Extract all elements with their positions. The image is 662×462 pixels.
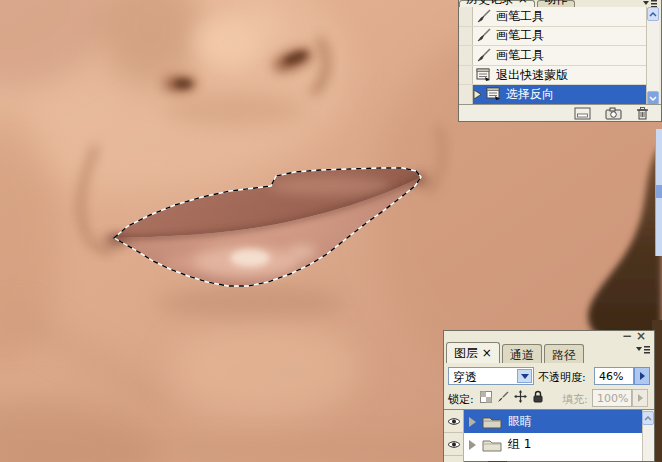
scrollbar-thumb[interactable] [656, 185, 662, 198]
tab-layers[interactable]: 图层 × [446, 342, 500, 363]
close-button[interactable]: × [636, 330, 646, 342]
brush-tool-icon [476, 48, 492, 63]
history-row-current[interactable]: 选择反向 [459, 85, 646, 105]
panel-menu-icon[interactable] [636, 346, 650, 354]
tab-actions[interactable]: 动作 [537, 0, 575, 7]
layers-list: 眼睛 组 1 [444, 409, 654, 461]
scroll-up-button[interactable] [647, 7, 659, 21]
lock-fill-row: 锁定: 填充: 100% [444, 388, 654, 408]
tab-history[interactable]: 历史记录 × [459, 0, 535, 7]
fill-label: 填充: [562, 392, 588, 407]
fill-value-field: 100% [592, 389, 632, 407]
layers-scrollbar[interactable] [642, 410, 654, 461]
history-state-label: 选择反向 [506, 86, 554, 103]
lock-label: 锁定: [448, 392, 474, 407]
new-snapshot-icon[interactable] [605, 107, 622, 120]
scroll-down-button[interactable] [647, 91, 659, 105]
layer-name: 眼睛 [508, 413, 532, 430]
visibility-toggle[interactable] [444, 456, 464, 462]
layers-panel: − × 图层 × 通道 路径 穿透 不透明度: 46% 锁定: [443, 330, 655, 462]
brush-tool-icon [476, 28, 492, 43]
history-brush-source-well[interactable] [459, 7, 473, 26]
lock-transparency-icon[interactable] [480, 391, 492, 403]
opacity-slider-button[interactable] [634, 367, 650, 385]
chevron-up-icon [644, 416, 652, 421]
history-state-label: 退出快速蒙版 [496, 67, 568, 84]
history-state-label: 画笔工具 [496, 47, 544, 64]
history-brush-source-well[interactable] [459, 85, 473, 104]
current-state-pointer[interactable] [474, 90, 482, 99]
tab-channels[interactable]: 通道 [502, 344, 542, 363]
panel-menu-icon[interactable] [643, 0, 657, 7]
history-panel: 历史记录 × 动作 画笔工具 [458, 0, 662, 122]
layer-name: 组 1 [508, 436, 531, 453]
history-state-icon [476, 68, 492, 83]
layer-row-group[interactable]: 组 1 [444, 433, 654, 456]
history-state-label: 画笔工具 [496, 8, 544, 25]
folder-icon [482, 415, 502, 429]
new-document-from-state-icon[interactable] [574, 107, 591, 120]
history-scrollbar[interactable] [646, 7, 659, 105]
opacity-value-field[interactable]: 46% [594, 367, 634, 385]
lock-pixels-icon[interactable] [497, 391, 509, 403]
visibility-toggle[interactable] [444, 433, 464, 456]
layer-row-image[interactable] [444, 456, 654, 462]
blend-mode-select[interactable]: 穿透 [448, 367, 534, 385]
expand-triangle-icon[interactable] [469, 417, 476, 427]
history-state-icon [486, 87, 502, 102]
layer-row-group[interactable]: 眼睛 [444, 410, 654, 433]
document-vertical-scrollbar[interactable] [655, 129, 662, 256]
eye-icon [447, 417, 461, 426]
visibility-toggle[interactable] [444, 410, 464, 433]
expand-triangle-icon[interactable] [469, 440, 476, 450]
lock-all-icon[interactable] [532, 390, 544, 403]
history-brush-source-well[interactable] [459, 27, 473, 46]
folder-icon [482, 438, 502, 452]
tab-paths[interactable]: 路径 [544, 344, 584, 363]
tab-close-icon[interactable]: × [518, 0, 528, 6]
history-panel-tabs: 历史记录 × 动作 [459, 0, 661, 7]
chevron-up-icon [649, 12, 657, 17]
history-row[interactable]: 画笔工具 [459, 27, 646, 47]
opacity-label: 不透明度: [538, 370, 586, 385]
minimize-button[interactable]: − [622, 330, 632, 342]
blend-opacity-row: 穿透 不透明度: 46% [444, 365, 654, 387]
delete-state-icon[interactable] [636, 107, 649, 120]
history-row[interactable]: 退出快速蒙版 [459, 66, 646, 86]
history-state-label: 画笔工具 [496, 27, 544, 44]
fill-slider-button [632, 389, 648, 407]
history-state-list: 画笔工具 画笔工具 画笔工具 [459, 7, 646, 105]
eye-icon [447, 440, 461, 449]
history-row[interactable]: 画笔工具 [459, 46, 646, 66]
history-brush-source-well[interactable] [459, 46, 473, 65]
history-panel-footer [459, 104, 661, 121]
scroll-up-button[interactable] [642, 411, 654, 425]
photoshop-workspace: 历史记录 × 动作 画笔工具 [0, 0, 662, 462]
chevron-down-icon[interactable] [517, 369, 532, 383]
brush-tool-icon [476, 9, 492, 24]
history-brush-source-well[interactable] [459, 66, 473, 85]
history-row[interactable]: 画笔工具 [459, 7, 646, 27]
chevron-down-icon [649, 96, 657, 101]
lock-position-icon[interactable] [514, 390, 527, 403]
tab-close-icon[interactable]: × [482, 346, 492, 360]
layers-panel-tabs: 图层 × 通道 路径 [446, 343, 654, 363]
